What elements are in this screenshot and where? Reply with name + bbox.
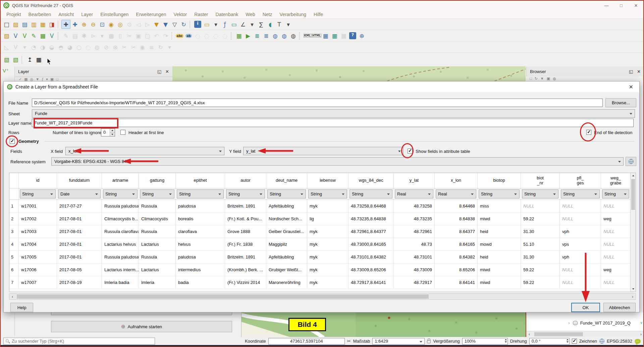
column-type-combo[interactable]: Date (58, 189, 101, 198)
column-type-combo[interactable]: String (350, 189, 392, 198)
zoom-to-layer-icon[interactable]: ◎ (116, 20, 125, 29)
menu-web[interactable]: Web (242, 11, 259, 18)
close-panel-icon[interactable]: ✕ (637, 69, 641, 74)
scroll-right-icon[interactable]: › (638, 331, 644, 337)
map-canvas-bottom[interactable]: Bild 4 (241, 312, 526, 338)
text-annotation-icon[interactable]: T (275, 20, 284, 29)
help-button[interactable]: Help (10, 303, 33, 312)
text-dropdown-icon[interactable]: ▾ (284, 20, 293, 29)
new-virtual-layer-icon[interactable]: V⁺ (3, 68, 9, 73)
float-panel-icon[interactable]: ◱ (629, 69, 633, 74)
menu-erweiterungen[interactable]: Erweiterungen (132, 11, 170, 18)
show-fields-checkbox[interactable] (408, 149, 413, 154)
measure-dropdown-icon[interactable]: ▾ (248, 20, 257, 29)
bookmark-manager-icon[interactable]: ▽ (170, 20, 179, 29)
scroll-down-icon[interactable] (631, 286, 636, 292)
column-type-combo[interactable]: String (103, 189, 138, 198)
scale-combo[interactable]: 1:6429 (372, 338, 425, 345)
zoom-in-icon[interactable]: ⊕ (79, 20, 89, 29)
new-temporary-layer-icon[interactable]: ▩ (38, 31, 47, 40)
zoom-full-icon[interactable]: ⊡ (98, 20, 107, 29)
new-shapefile-layer-icon[interactable]: V (20, 31, 29, 40)
new-print-layout-icon[interactable]: ▥ (29, 20, 38, 29)
minimize-button[interactable]: — (599, 1, 614, 10)
messages-icon[interactable]: ··· (635, 339, 641, 344)
select-by-expression-icon[interactable]: ƒ (220, 20, 229, 29)
show-bookmarks-icon[interactable]: ▼ (161, 20, 170, 29)
menu-einstellungen[interactable]: Einstellungen (97, 11, 132, 18)
column-type-combo[interactable]: String (561, 189, 600, 198)
column-type-combo[interactable]: String (479, 189, 520, 198)
statistics-panel-icon[interactable]: ∑ (257, 20, 266, 29)
select-crs-button[interactable] (626, 157, 636, 166)
column-type-combo[interactable]: String (20, 189, 56, 198)
pan-map-icon[interactable]: ✚ (61, 20, 70, 29)
geometry-checkbox[interactable] (10, 139, 15, 144)
layer-diagram-icon[interactable]: ab (184, 31, 193, 40)
project-save-icon[interactable]: ▤ (20, 20, 29, 29)
column-type-combo[interactable]: String (177, 189, 224, 198)
new-virtual-layer-icon[interactable]: V (47, 31, 56, 40)
scroll-down-icon[interactable]: ∨ (640, 321, 643, 325)
map-edit-tool-icon[interactable]: ▧ (11, 55, 20, 64)
map-canvas[interactable] (172, 66, 526, 81)
select-features-icon[interactable]: ▭ (202, 20, 211, 29)
menu-bearbeiten[interactable]: Bearbeiten (25, 11, 55, 18)
column-type-combo[interactable]: String (602, 189, 629, 198)
magnifier-spinner[interactable]: 100% (462, 338, 508, 345)
project-new-icon[interactable]: □ (2, 20, 11, 29)
maximize-button[interactable]: □ (614, 1, 629, 10)
add-vector-layer-icon[interactable]: V (11, 31, 20, 40)
scrollbar-thumb[interactable] (631, 179, 635, 210)
browse-button[interactable]: Browse... (605, 98, 636, 107)
map-theme-tool-icon[interactable]: ▧ (2, 55, 11, 64)
column-type-combo[interactable]: String (522, 189, 558, 198)
zoom-out-icon[interactable]: ⊖ (89, 20, 98, 29)
layer-labeling-icon[interactable]: abc (175, 31, 184, 40)
zoom-to-selection-icon[interactable]: ◉ (107, 20, 116, 29)
dialog-close-icon[interactable]: ✕ (626, 84, 636, 90)
rotation-spinner[interactable]: 0,0 ° (529, 338, 570, 345)
menu-raster[interactable]: Raster (191, 11, 212, 18)
scroll-up-icon[interactable] (631, 173, 636, 178)
ok-button[interactable]: OK (571, 303, 600, 312)
attribute-grid-2-icon[interactable]: ▦ (330, 31, 339, 40)
menu-netz[interactable]: Netz (259, 11, 276, 18)
lock-scale-icon[interactable] (427, 340, 431, 343)
kml-tool-icon[interactable]: KML (303, 31, 312, 40)
attribute-grid-icon[interactable]: ▦ (321, 31, 330, 40)
globe-tool-2-icon[interactable]: ◍ (280, 31, 289, 40)
render-checkbox[interactable] (572, 339, 577, 344)
column-type-combo[interactable]: String (140, 189, 174, 198)
processing-toolbox-icon[interactable]: ▦ (234, 31, 244, 40)
new-geopackage-layer-icon[interactable]: ✎ (29, 31, 38, 40)
coordinate-input[interactable]: 473617,5397104 (268, 338, 345, 345)
close-panel-icon[interactable]: ✕ (165, 69, 169, 74)
start-recording-button[interactable]: ⊕ Aufnahme starten (51, 321, 232, 332)
column-type-combo[interactable]: String (267, 189, 306, 198)
select-dropdown-icon[interactable]: ▾ (211, 20, 220, 29)
layer-name-input[interactable] (32, 119, 634, 127)
menu-projekt[interactable]: Projekt (3, 11, 25, 18)
lines-ignore-spinner[interactable]: 0 (101, 128, 115, 136)
browser-horizontal-scrollbar[interactable]: ‹ › (526, 331, 644, 337)
menu-datenbank[interactable]: Datenbank (212, 11, 242, 18)
menu-vektor[interactable]: Vektor (170, 11, 191, 18)
globe-tool-3-icon[interactable]: ◍ (289, 31, 298, 40)
float-panel-icon[interactable]: ◱ (157, 69, 161, 74)
python-console-icon[interactable]: ▶ (244, 31, 253, 40)
menu-hilfe[interactable]: Hilfe (310, 11, 327, 18)
column-type-combo[interactable]: String (308, 189, 347, 198)
menu-layer[interactable]: Layer (77, 11, 97, 18)
reference-system-combo[interactable]: Vorgabe-KBS: EPSG:4326 - WGS 84 (51, 157, 624, 166)
locator-search[interactable] (3, 338, 155, 345)
db-manager-icon[interactable]: ≣ (253, 31, 262, 40)
end-of-file-checkbox[interactable] (586, 130, 591, 135)
screenshot-tool-icon[interactable]: ▦ (34, 55, 43, 64)
metasearch-globe-icon[interactable]: ◍ (271, 31, 280, 40)
header-first-line-checkbox[interactable] (120, 130, 125, 135)
close-button[interactable]: ✕ (629, 1, 643, 10)
column-type-combo[interactable]: Real (395, 189, 433, 198)
map-refresh-icon[interactable]: ↻ (179, 20, 188, 29)
scrollbar-thumb[interactable] (534, 332, 583, 336)
